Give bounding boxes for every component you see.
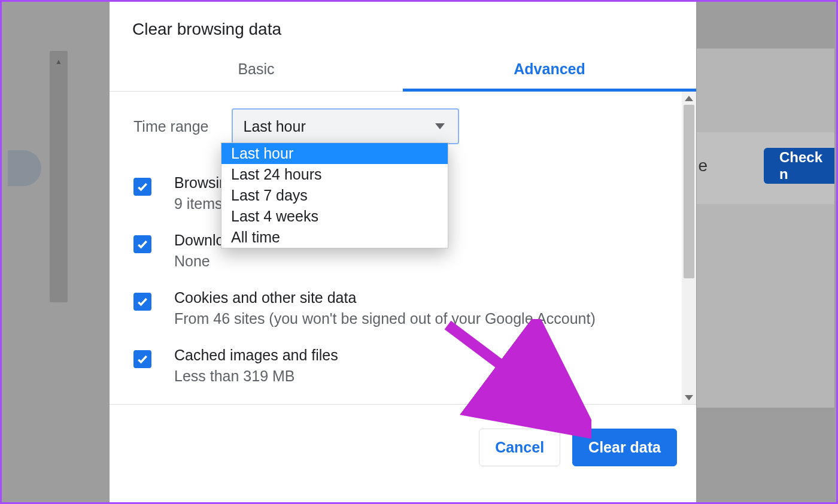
cancel-button[interactable]: Cancel [479, 429, 560, 466]
tabs: Basic Advanced [110, 59, 696, 92]
dropdown-option-last-7-days[interactable]: Last 7 days [221, 185, 448, 206]
scroll-down-icon[interactable] [682, 391, 696, 404]
checkbox-cached[interactable] [133, 350, 151, 368]
scroll-up-icon[interactable] [682, 92, 696, 105]
item-subtitle: None [174, 253, 241, 270]
bg-right-panel [697, 48, 834, 408]
checkbox-download-history[interactable] [133, 235, 151, 253]
checkbox-cookies[interactable] [133, 293, 151, 311]
time-range-select[interactable]: Last hour [232, 108, 459, 144]
item-title: Browsin [174, 174, 227, 192]
dropdown-option-last-hour[interactable]: Last hour [221, 143, 448, 164]
item-title: Cached images and files [174, 347, 338, 364]
scroll-thumb[interactable] [684, 105, 694, 278]
clear-data-button[interactable]: Clear data [572, 429, 677, 466]
item-subtitle: Less than 319 MB [174, 368, 338, 385]
dialog-body: Time range Last hour Browsin 9 items Dow… [110, 92, 696, 404]
dropdown-option-all-time[interactable]: All time [221, 227, 448, 248]
clear-browsing-data-dialog: Clear browsing data Basic Advanced Time … [110, 2, 696, 504]
time-range-selected-value: Last hour [244, 118, 306, 135]
dialog-footer: Cancel Clear data [110, 404, 696, 504]
bg-check-now-label: Check n [779, 149, 834, 183]
item-cached: Cached images and files Less than 319 MB [133, 347, 676, 385]
item-title: Cookies and other site data [174, 289, 596, 306]
tab-advanced[interactable]: Advanced [403, 59, 696, 91]
time-range-row: Time range Last hour [133, 108, 676, 144]
dropdown-option-last-24-hours[interactable]: Last 24 hours [221, 164, 448, 185]
item-subtitle: 9 items [174, 195, 227, 212]
tab-basic[interactable]: Basic [110, 59, 403, 91]
bg-scrollbar-up-icon: ▲ [50, 57, 68, 66]
bg-check-now-button: Check n [764, 148, 834, 184]
item-subtitle: From 46 sites (you won't be signed out o… [174, 310, 596, 327]
chevron-down-icon [435, 123, 445, 129]
item-cookies: Cookies and other site data From 46 site… [133, 289, 676, 327]
inner-scrollbar [682, 92, 696, 404]
dialog-title: Clear browsing data [110, 2, 696, 59]
bg-scrollbar-track [50, 51, 68, 302]
bg-partial-text: e [698, 156, 708, 175]
time-range-label: Time range [133, 118, 209, 135]
dropdown-option-last-4-weeks[interactable]: Last 4 weeks [221, 206, 448, 227]
checkbox-browsing-history[interactable] [133, 178, 151, 196]
time-range-dropdown: Last hour Last 24 hours Last 7 days Last… [221, 142, 448, 248]
